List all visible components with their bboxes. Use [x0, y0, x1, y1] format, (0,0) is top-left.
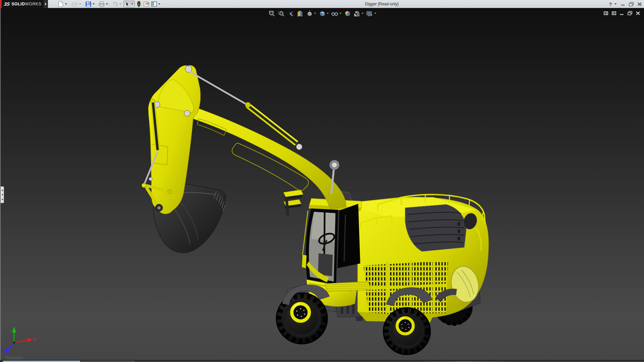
- document-minimize-icon[interactable]: [618, 10, 626, 16]
- title-bar: 3S SOLIDWORKS Digger [Read-only] ?: [0, 0, 644, 8]
- undo-dropdown[interactable]: [119, 1, 122, 7]
- display-style-icon[interactable]: [318, 10, 326, 17]
- document-restore-icon[interactable]: [626, 10, 634, 16]
- orientation-label: *Dimetric: [5, 355, 23, 360]
- edit-appearance-icon[interactable]: [343, 10, 352, 17]
- view-settings-icon[interactable]: [366, 10, 374, 17]
- graphics-viewport[interactable]: *Dimetric: [0, 8, 644, 360]
- help-dropdown[interactable]: [614, 1, 617, 7]
- select-dropdown[interactable]: [131, 3, 133, 5]
- close-button[interactable]: [636, 0, 643, 8]
- comment-button[interactable]: [143, 1, 150, 7]
- display-style-dropdown[interactable]: [326, 10, 329, 17]
- new-dropdown[interactable]: [64, 1, 68, 7]
- toolbar-expand-arrow[interactable]: [44, 0, 48, 8]
- solidworks-logo: 3S SOLIDWORKS: [0, 0, 44, 8]
- orientation-triad: [4, 326, 36, 353]
- minimize-button[interactable]: [619, 0, 627, 8]
- window-title: Digger [Read-only]: [365, 0, 398, 8]
- engine-hood: [405, 204, 466, 251]
- excavator-model[interactable]: [0, 0, 644, 362]
- zoom-to-area-icon[interactable]: [277, 10, 285, 17]
- print-button[interactable]: [98, 1, 105, 7]
- zoom-to-fit-icon[interactable]: [268, 10, 276, 17]
- save-dropdown[interactable]: [92, 1, 95, 7]
- save-button[interactable]: [85, 1, 92, 7]
- taskbar-cropped[interactable]: [0, 360, 644, 362]
- document-window-controls: [602, 10, 642, 16]
- previous-view-icon[interactable]: [286, 10, 294, 17]
- restore-button[interactable]: [627, 0, 635, 8]
- view-settings-dropdown[interactable]: [374, 10, 377, 17]
- logo-red-strip: [0, 0, 2, 8]
- help-button[interactable]: ?: [607, 0, 614, 8]
- new-button[interactable]: [57, 1, 64, 7]
- apply-scene-dropdown[interactable]: [361, 10, 364, 17]
- open-button[interactable]: [71, 1, 78, 7]
- feature-pane-handle[interactable]: [1, 186, 4, 203]
- section-view-icon[interactable]: [296, 10, 304, 17]
- view-orientation-dropdown[interactable]: [313, 10, 317, 17]
- traffic-light-button[interactable]: [136, 1, 142, 7]
- pane-right-icon[interactable]: [610, 10, 618, 16]
- hide-show-items-dropdown[interactable]: [339, 10, 342, 17]
- undo-button[interactable]: [111, 1, 119, 7]
- view-orientation-icon[interactable]: [305, 10, 313, 17]
- body-housing: [358, 194, 489, 322]
- heads-up-view-toolbar: [268, 9, 377, 17]
- options-dropdown[interactable]: [158, 1, 161, 7]
- feature-pane-edge: [0, 8, 1, 360]
- select-tool-button[interactable]: [123, 1, 135, 7]
- options-button[interactable]: [150, 1, 158, 7]
- pane-left-icon[interactable]: [602, 10, 610, 16]
- rear-wheel: [383, 308, 430, 355]
- 3ds-mark-icon: 3S: [4, 1, 10, 7]
- open-dropdown[interactable]: [78, 1, 82, 7]
- print-dropdown[interactable]: [105, 1, 109, 7]
- document-close-icon[interactable]: [634, 10, 642, 16]
- hide-show-items-icon[interactable]: [331, 10, 339, 17]
- apply-scene-icon[interactable]: [353, 10, 361, 17]
